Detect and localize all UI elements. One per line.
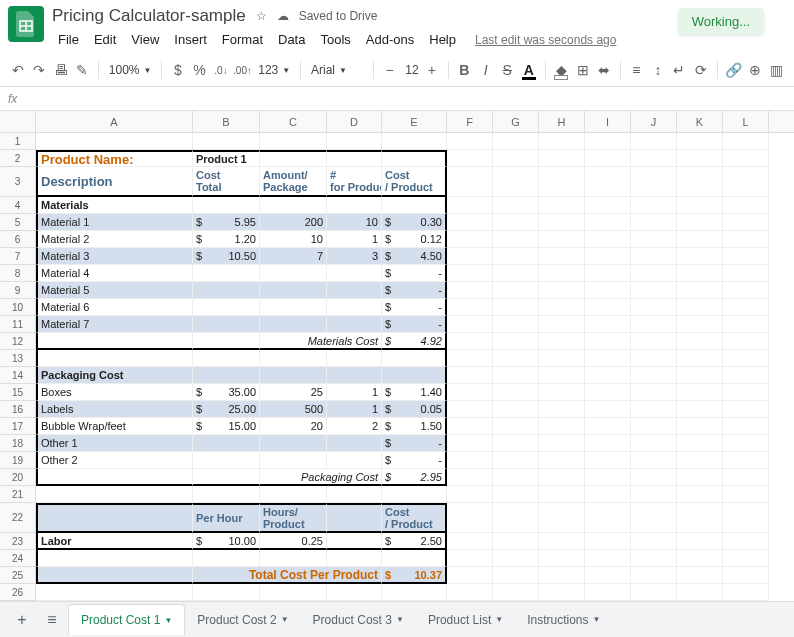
cell[interactable]: Material 7	[36, 316, 193, 333]
cell[interactable]: $0.30	[382, 214, 447, 231]
cell[interactable]	[585, 533, 631, 550]
cell[interactable]	[493, 333, 539, 350]
cell[interactable]	[327, 299, 382, 316]
cell[interactable]	[539, 469, 585, 486]
cell[interactable]	[723, 401, 769, 418]
menu-format[interactable]: Format	[216, 29, 269, 50]
cell[interactable]: $10.37	[382, 567, 447, 584]
col-header-F[interactable]: F	[447, 111, 493, 132]
cell[interactable]: Materials	[36, 197, 193, 214]
cell[interactable]	[677, 567, 723, 584]
cell[interactable]	[677, 248, 723, 265]
cell[interactable]: 10	[327, 214, 382, 231]
cell[interactable]	[585, 418, 631, 435]
increase-decimal-button[interactable]: .00↑	[233, 58, 253, 82]
cell[interactable]	[260, 299, 327, 316]
cell[interactable]	[447, 316, 493, 333]
cell[interactable]	[447, 435, 493, 452]
cell[interactable]	[677, 401, 723, 418]
paint-format-button[interactable]: ✎	[73, 58, 93, 82]
cell[interactable]	[631, 452, 677, 469]
cell[interactable]: Material 5	[36, 282, 193, 299]
cell[interactable]	[382, 584, 447, 601]
cell[interactable]	[677, 333, 723, 350]
cell[interactable]	[723, 133, 769, 150]
cell[interactable]: $25.00	[193, 401, 260, 418]
row-header-12[interactable]: 12	[0, 333, 36, 350]
cell[interactable]	[193, 350, 260, 367]
row-header-10[interactable]: 10	[0, 299, 36, 316]
cell[interactable]	[193, 452, 260, 469]
cell[interactable]	[631, 486, 677, 503]
cell[interactable]	[677, 350, 723, 367]
menu-add-ons[interactable]: Add-ons	[360, 29, 420, 50]
cell[interactable]	[493, 133, 539, 150]
cell[interactable]	[539, 503, 585, 533]
sheet-tab[interactable]: Product Cost 1 ▼	[68, 604, 185, 635]
cell[interactable]	[447, 167, 493, 197]
cell[interactable]	[260, 367, 327, 384]
cell[interactable]	[327, 435, 382, 452]
strikethrough-button[interactable]: S	[498, 58, 518, 82]
cell[interactable]	[631, 282, 677, 299]
cell[interactable]	[631, 401, 677, 418]
cell[interactable]	[260, 452, 327, 469]
cell[interactable]	[493, 214, 539, 231]
cell[interactable]	[539, 418, 585, 435]
cell[interactable]	[539, 214, 585, 231]
cell[interactable]	[193, 282, 260, 299]
row-header-22[interactable]: 22	[0, 503, 36, 533]
cell[interactable]: $1.40	[382, 384, 447, 401]
cell[interactable]: 2	[327, 418, 382, 435]
cell[interactable]	[493, 299, 539, 316]
row-header-19[interactable]: 19	[0, 452, 36, 469]
cell[interactable]	[447, 248, 493, 265]
cell[interactable]: Other 2	[36, 452, 193, 469]
cell[interactable]	[447, 584, 493, 601]
cell[interactable]	[260, 197, 327, 214]
cell[interactable]	[493, 503, 539, 533]
row-header-7[interactable]: 7	[0, 248, 36, 265]
cell[interactable]	[260, 350, 327, 367]
cell[interactable]	[447, 384, 493, 401]
cell[interactable]	[631, 150, 677, 167]
cell[interactable]	[585, 167, 631, 197]
cell[interactable]	[327, 197, 382, 214]
cell[interactable]: $-	[382, 452, 447, 469]
col-header-G[interactable]: G	[493, 111, 539, 132]
cell[interactable]	[723, 316, 769, 333]
cell[interactable]	[723, 265, 769, 282]
redo-button[interactable]: ↷	[30, 58, 50, 82]
cell[interactable]: 500	[260, 401, 327, 418]
h-align-button[interactable]: ≡	[627, 58, 647, 82]
chart-button[interactable]: ▥	[766, 58, 786, 82]
cell[interactable]	[539, 533, 585, 550]
row-header-18[interactable]: 18	[0, 435, 36, 452]
cell[interactable]	[447, 299, 493, 316]
undo-button[interactable]: ↶	[8, 58, 28, 82]
cell[interactable]	[36, 503, 193, 533]
menu-insert[interactable]: Insert	[168, 29, 213, 50]
cell[interactable]	[585, 401, 631, 418]
cell[interactable]	[539, 401, 585, 418]
cell[interactable]	[193, 469, 260, 486]
cell[interactable]: $1.50	[382, 418, 447, 435]
cell[interactable]	[260, 133, 327, 150]
cell[interactable]: Hours/Product	[260, 503, 327, 533]
cell[interactable]: 1	[327, 231, 382, 248]
cell[interactable]	[447, 486, 493, 503]
cell[interactable]	[447, 567, 493, 584]
cell[interactable]: $-	[382, 316, 447, 333]
cell[interactable]	[631, 384, 677, 401]
cell[interactable]	[631, 435, 677, 452]
decrease-decimal-button[interactable]: .0↓	[211, 58, 231, 82]
cell[interactable]	[36, 550, 193, 567]
cell[interactable]: Material 1	[36, 214, 193, 231]
add-sheet-button[interactable]: +	[8, 606, 36, 634]
cell[interactable]	[585, 503, 631, 533]
cell[interactable]	[539, 435, 585, 452]
cell[interactable]	[723, 282, 769, 299]
cell[interactable]	[539, 367, 585, 384]
cell[interactable]	[539, 567, 585, 584]
row-header-24[interactable]: 24	[0, 550, 36, 567]
